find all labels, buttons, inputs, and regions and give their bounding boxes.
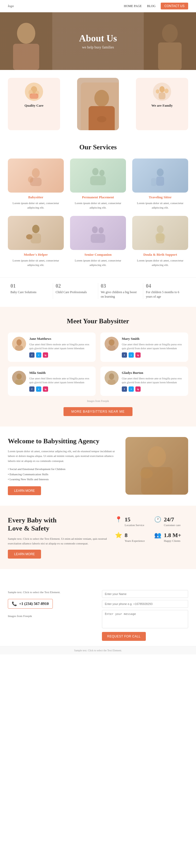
jane-twitter-icon[interactable]: t bbox=[36, 352, 41, 358]
gladys-social: f t ig bbox=[122, 386, 184, 392]
hero-content: About Us we help busy families bbox=[79, 33, 117, 50]
service-permanent: Permanent Placement Lorem ipsum dolor si… bbox=[70, 158, 126, 210]
mila-name: Mila Smith bbox=[29, 371, 91, 375]
meet-title: Meet Your Babysitter bbox=[8, 317, 188, 325]
permanent-img bbox=[70, 158, 126, 192]
meet-section: Meet Your Babysitter Jane Matthews Glae … bbox=[0, 307, 196, 427]
welcome-title: Welcome to Babysitting Agency bbox=[8, 437, 118, 445]
mary-social: f t ig bbox=[122, 352, 184, 358]
svg-rect-43 bbox=[108, 346, 116, 351]
svg-point-12 bbox=[94, 90, 109, 106]
welcome-learn-button[interactable]: LEARN MORE bbox=[8, 486, 41, 495]
gladys-desc: Glae amet rhtnl libero moleste ante ut f… bbox=[122, 376, 184, 384]
nav-cta-button[interactable]: CONTACT US bbox=[161, 3, 188, 9]
mila-info: Mila Smith Glae amet rhtnl libero molest… bbox=[29, 371, 91, 392]
welcome-section: Welcome to Babysitting Agency Lorem ipsu… bbox=[0, 427, 196, 506]
babysitter-mila: Mila Smith Glae amet rhtnl libero molest… bbox=[8, 367, 96, 396]
svg-point-48 bbox=[109, 373, 114, 380]
phone-number: +1 (234) 567-8910 bbox=[19, 601, 49, 606]
request-call-button[interactable]: REQUEST FOR CALL bbox=[102, 632, 146, 641]
svg-rect-49 bbox=[108, 380, 116, 385]
service-doula: Doula & Birth Support Lorem ipsum dolor … bbox=[132, 216, 188, 267]
doula-img bbox=[132, 216, 188, 250]
babysitter-gladys: Gladys Burton Glae amet rhtnl libero mol… bbox=[100, 367, 188, 396]
hero-section: About Us we help busy families bbox=[0, 12, 196, 70]
mary-desc: Glae amet rhtnl libero moleste ante ut f… bbox=[122, 342, 184, 350]
phone-icon: 📞 bbox=[12, 601, 17, 606]
stat-2-label: Child Care Professionals bbox=[56, 290, 95, 294]
babysitters-grid: Jane Matthews Glae amet rhtnl libero mol… bbox=[8, 333, 188, 396]
clock-icon: 🕐 bbox=[154, 516, 161, 523]
stat-1: 01 Baby Care Solutions bbox=[8, 283, 53, 299]
svg-point-19 bbox=[156, 89, 159, 94]
mila-twitter-icon[interactable]: t bbox=[36, 386, 41, 392]
service-senior: Senior Companion Lorem ipsum dolor sit a… bbox=[70, 216, 126, 267]
feature-card-quality: Quality Care bbox=[8, 78, 60, 130]
feature-cards-row: Quality Care We are Family bbox=[0, 70, 196, 133]
svg-point-23 bbox=[92, 168, 99, 175]
svg-point-45 bbox=[16, 374, 22, 379]
svg-point-1 bbox=[17, 23, 35, 44]
phone-input[interactable] bbox=[102, 600, 188, 608]
nav-home[interactable]: HOME PAGE bbox=[124, 4, 142, 8]
svg-point-31 bbox=[26, 234, 32, 240]
mila-facebook-icon[interactable]: f bbox=[29, 386, 35, 392]
svg-point-24 bbox=[99, 170, 105, 176]
traveling-name: Traveling Sitter bbox=[132, 195, 188, 199]
more-babysitters-button[interactable]: MORE BABYSITTERS NEAR ME bbox=[64, 407, 132, 416]
mary-instagram-icon[interactable]: ig bbox=[135, 352, 141, 358]
gladys-name: Gladys Burton bbox=[122, 371, 184, 375]
middle-image bbox=[81, 83, 119, 130]
mila-instagram-icon[interactable]: ig bbox=[43, 386, 48, 392]
traveling-desc: Lorem ipsum dolor sit amet, consectetur … bbox=[132, 201, 188, 210]
jane-facebook-icon[interactable]: f bbox=[29, 352, 35, 358]
experience-value: 8 bbox=[125, 532, 145, 539]
gladys-facebook-icon[interactable]: f bbox=[122, 386, 127, 392]
footer-form-section: Sample text. Click to select the Text El… bbox=[0, 580, 196, 646]
svg-point-51 bbox=[148, 446, 166, 467]
svg-point-20 bbox=[32, 168, 40, 178]
freepik-note: Images from Freepik bbox=[8, 400, 188, 402]
mila-avatar bbox=[12, 371, 26, 385]
senior-name: Senior Companion bbox=[70, 253, 126, 257]
message-input[interactable] bbox=[102, 610, 188, 628]
mary-twitter-icon[interactable]: t bbox=[128, 352, 134, 358]
svg-point-29 bbox=[32, 225, 39, 233]
doula-desc: Lorem ipsum dolor sit amet, consectetur … bbox=[132, 258, 188, 267]
family-avatar bbox=[153, 83, 171, 101]
footer-left: Sample text. Click to select the Text El… bbox=[8, 590, 94, 641]
babysitter-name: Babysitter bbox=[8, 195, 64, 199]
gladys-twitter-icon[interactable]: t bbox=[128, 386, 134, 392]
love-title: Every Baby with Love & Safety bbox=[8, 516, 107, 532]
love-stat-clients: 👥 1.8 M+ Happy Clients bbox=[154, 532, 188, 542]
svg-point-14 bbox=[97, 116, 106, 122]
name-input[interactable] bbox=[102, 590, 188, 598]
love-learn-button[interactable]: LEARN MORE bbox=[8, 550, 41, 559]
location-label: Location Service bbox=[125, 524, 144, 527]
svg-rect-30 bbox=[31, 234, 41, 243]
nav-blog[interactable]: BLOG bbox=[147, 4, 156, 8]
gladys-instagram-icon[interactable]: ig bbox=[135, 386, 141, 392]
welcome-para: Lorem ipsum dolor sit amet, consectetur … bbox=[8, 449, 118, 463]
hero-photo-right bbox=[144, 12, 196, 70]
mary-avatar bbox=[105, 337, 119, 351]
svg-rect-5 bbox=[158, 42, 182, 70]
svg-point-18 bbox=[164, 89, 168, 93]
services-grid: Babysitter Lorem ipsum dolor sit amet, c… bbox=[8, 158, 188, 267]
love-para: Sample text. Click to select the Text El… bbox=[8, 536, 107, 546]
logo: logo bbox=[8, 4, 14, 8]
mother-desc: Lorem ipsum dolor sit amet, consectetur … bbox=[8, 258, 64, 267]
love-section: Every Baby with Love & Safety Sample tex… bbox=[0, 506, 196, 569]
jane-instagram-icon[interactable]: ig bbox=[43, 352, 48, 358]
svg-point-33 bbox=[99, 227, 104, 234]
jane-avatar bbox=[12, 337, 26, 351]
traveling-img bbox=[132, 158, 188, 192]
jane-desc: Glae amet rhtnl libero moleste ante ut f… bbox=[29, 342, 91, 350]
phone-button[interactable]: 📞 +1 (234) 567-8910 bbox=[8, 599, 53, 609]
permanent-desc: Lorem ipsum dolor sit amet, consectetur … bbox=[70, 201, 126, 210]
services-section: Our Services Babysitter Lorem ipsum dolo… bbox=[0, 133, 196, 277]
mary-facebook-icon[interactable]: f bbox=[122, 352, 127, 358]
jane-social: f t ig bbox=[29, 352, 91, 358]
svg-rect-34 bbox=[91, 234, 105, 243]
welcome-list-item-3: Learning New Skills and Interests bbox=[8, 477, 118, 482]
